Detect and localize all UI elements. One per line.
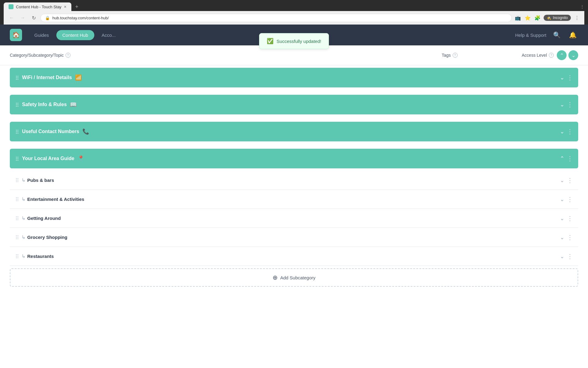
drag-handle-grocery[interactable] bbox=[15, 234, 20, 240]
pubs-expand-button[interactable]: ⌄ bbox=[560, 177, 564, 184]
browser-menu-button[interactable]: ⋮ bbox=[573, 14, 581, 21]
grocery-expand-button[interactable]: ⌄ bbox=[560, 234, 564, 241]
incognito-badge[interactable]: 🕵️ Incognito bbox=[544, 15, 571, 21]
contact-text: Useful Contact Numbers bbox=[22, 129, 79, 134]
drag-handle-local[interactable] bbox=[15, 155, 20, 162]
subcategory-pubs-label: Pubs & bars bbox=[27, 178, 560, 183]
add-subcategory-button[interactable]: ⊕ Add Subcategory bbox=[10, 268, 578, 287]
search-button[interactable]: 🔍 bbox=[551, 29, 562, 40]
active-tab[interactable]: Content Hub - Touch Stay × bbox=[4, 2, 71, 11]
tab-more-button[interactable]: ⋮ bbox=[580, 4, 584, 9]
back-button[interactable]: ← bbox=[7, 13, 16, 22]
help-support-link[interactable]: Help & Support bbox=[515, 33, 546, 38]
safety-actions: ⌄ ⋮ bbox=[560, 101, 573, 108]
category-safety-label: Safety Info & Rules 📖 bbox=[22, 101, 560, 108]
contact-more-button[interactable]: ⋮ bbox=[567, 128, 573, 135]
category-local-area[interactable]: Your Local Area Guide 📍 ⌃ ⋮ bbox=[10, 149, 578, 168]
subcategory-pubs[interactable]: ↳ Pubs & bars ⌄ ⋮ bbox=[10, 171, 578, 190]
incognito-label: Incognito bbox=[553, 16, 568, 20]
app-header-actions: Help & Support 🔍 🔔 bbox=[515, 29, 578, 40]
entertainment-more-button[interactable]: ⋮ bbox=[567, 196, 573, 203]
sub-arrow-restaurants: ↳ bbox=[21, 253, 25, 259]
new-tab-button[interactable]: + bbox=[73, 2, 81, 11]
subcategories-container: ↳ Pubs & bars ⌄ ⋮ ↳ Entertainment & Acti… bbox=[10, 171, 578, 287]
tab-close-button[interactable]: × bbox=[64, 4, 66, 9]
incognito-icon: 🕵️ bbox=[547, 16, 551, 20]
drag-handle-entertainment[interactable] bbox=[15, 196, 20, 202]
nav-acco[interactable]: Acco... bbox=[97, 30, 121, 40]
subcategory-restaurants[interactable]: ↳ Restaurants ⌄ ⋮ bbox=[10, 247, 578, 266]
add-subcategory-plus-icon: ⊕ bbox=[273, 274, 278, 281]
grocery-more-button[interactable]: ⋮ bbox=[567, 234, 573, 241]
access-column-header: Access Level ? bbox=[480, 53, 554, 58]
address-bar[interactable]: 🔒 hub.touchstay.com/content-hub/ bbox=[40, 14, 512, 22]
cast-icon[interactable]: 📺 bbox=[514, 14, 522, 21]
entertainment-text: Entertainment & Activities bbox=[27, 197, 84, 202]
subcategory-restaurants-label: Restaurants bbox=[27, 254, 560, 259]
grocery-actions: ⌄ ⋮ bbox=[560, 234, 573, 241]
category-safety[interactable]: Safety Info & Rules 📖 ⌄ ⋮ bbox=[10, 95, 578, 114]
pubs-text: Pubs & bars bbox=[27, 178, 54, 183]
restaurants-more-button[interactable]: ⋮ bbox=[567, 253, 573, 260]
contact-expand-button[interactable]: ⌄ bbox=[560, 128, 564, 135]
nav-guides[interactable]: Guides bbox=[29, 30, 54, 40]
getting-around-more-button[interactable]: ⋮ bbox=[567, 215, 573, 222]
bookmark-icon[interactable]: ⭐ bbox=[524, 14, 531, 21]
add-subcategory-label: Add Subcategory bbox=[280, 275, 315, 280]
browser-toolbar-actions: 📺 ⭐ 🧩 🕵️ Incognito ⋮ bbox=[514, 14, 581, 21]
wifi-expand-button[interactable]: ⌄ bbox=[560, 74, 564, 81]
toast-message: Successfully updated! bbox=[277, 39, 321, 44]
tags-column-label: Tags bbox=[442, 53, 451, 58]
extensions-icon[interactable]: 🧩 bbox=[534, 14, 541, 21]
location-icon: 📍 bbox=[77, 155, 84, 162]
category-info-icon[interactable]: ? bbox=[66, 53, 70, 58]
app-logo[interactable]: 🏠 bbox=[10, 29, 22, 41]
scroll-down-button[interactable]: ⌄ bbox=[568, 50, 578, 60]
getting-around-expand-button[interactable]: ⌄ bbox=[560, 215, 564, 222]
toast-check-icon: ✅ bbox=[267, 38, 273, 44]
nav-content-hub[interactable]: Content Hub bbox=[56, 30, 94, 40]
safety-more-button[interactable]: ⋮ bbox=[567, 101, 573, 108]
category-contact[interactable]: Useful Contact Numbers 📞 ⌄ ⋮ bbox=[10, 122, 578, 141]
local-text: Your Local Area Guide bbox=[22, 156, 74, 161]
category-wifi-label: WiFi / Internet Details 📶 bbox=[22, 74, 560, 81]
sub-arrow-getting-around: ↳ bbox=[21, 215, 25, 221]
browser-tabs: Content Hub - Touch Stay × + ⋮ bbox=[4, 2, 584, 11]
category-wifi[interactable]: WiFi / Internet Details 📶 ⌄ ⋮ bbox=[10, 68, 578, 87]
pubs-more-button[interactable]: ⋮ bbox=[567, 177, 573, 184]
access-column-label: Access Level bbox=[522, 53, 547, 58]
url-text: hub.touchstay.com/content-hub/ bbox=[52, 16, 109, 20]
subcategory-grocery[interactable]: ↳ Grocery Shopping ⌄ ⋮ bbox=[10, 228, 578, 247]
tags-info-icon[interactable]: ? bbox=[453, 53, 458, 58]
success-toast: ✅ Successfully updated! bbox=[259, 33, 329, 49]
category-local-label: Your Local Area Guide 📍 bbox=[22, 155, 560, 162]
pubs-actions: ⌄ ⋮ bbox=[560, 177, 573, 184]
safety-text: Safety Info & Rules bbox=[22, 102, 67, 107]
phone-icon: 📞 bbox=[82, 128, 89, 135]
safety-expand-button[interactable]: ⌄ bbox=[560, 101, 564, 108]
local-more-button[interactable]: ⋮ bbox=[567, 155, 573, 162]
entertainment-expand-button[interactable]: ⌄ bbox=[560, 196, 564, 203]
access-info-icon[interactable]: ? bbox=[549, 53, 554, 58]
getting-around-actions: ⌄ ⋮ bbox=[560, 215, 573, 222]
reload-button[interactable]: ↻ bbox=[29, 13, 38, 22]
drag-handle-pubs[interactable] bbox=[15, 177, 20, 183]
drag-handle-getting-around[interactable] bbox=[15, 215, 20, 221]
wifi-icon: 📶 bbox=[75, 74, 82, 81]
drag-handle-wifi[interactable] bbox=[15, 75, 20, 81]
drag-handle-restaurants[interactable] bbox=[15, 253, 20, 259]
restaurants-expand-button[interactable]: ⌄ bbox=[560, 253, 564, 260]
subcategory-entertainment[interactable]: ↳ Entertainment & Activities ⌄ ⋮ bbox=[10, 190, 578, 209]
category-column-header: Category/Subcategory/Topic ? bbox=[10, 53, 419, 58]
forward-button[interactable]: → bbox=[18, 13, 27, 22]
notifications-button[interactable]: 🔔 bbox=[567, 29, 578, 40]
subcategory-getting-around[interactable]: ↳ Getting Around ⌄ ⋮ bbox=[10, 209, 578, 228]
subcategory-entertainment-label: Entertainment & Activities bbox=[27, 197, 560, 202]
drag-handle-contact[interactable] bbox=[15, 128, 20, 135]
scroll-up-button[interactable]: ⌃ bbox=[557, 50, 567, 60]
wifi-more-button[interactable]: ⋮ bbox=[567, 74, 573, 81]
drag-handle-safety[interactable] bbox=[15, 102, 20, 108]
scroll-controls: ⌃ ⌄ bbox=[554, 50, 578, 60]
sub-arrow-grocery: ↳ bbox=[21, 234, 25, 240]
local-collapse-button[interactable]: ⌃ bbox=[560, 155, 564, 162]
